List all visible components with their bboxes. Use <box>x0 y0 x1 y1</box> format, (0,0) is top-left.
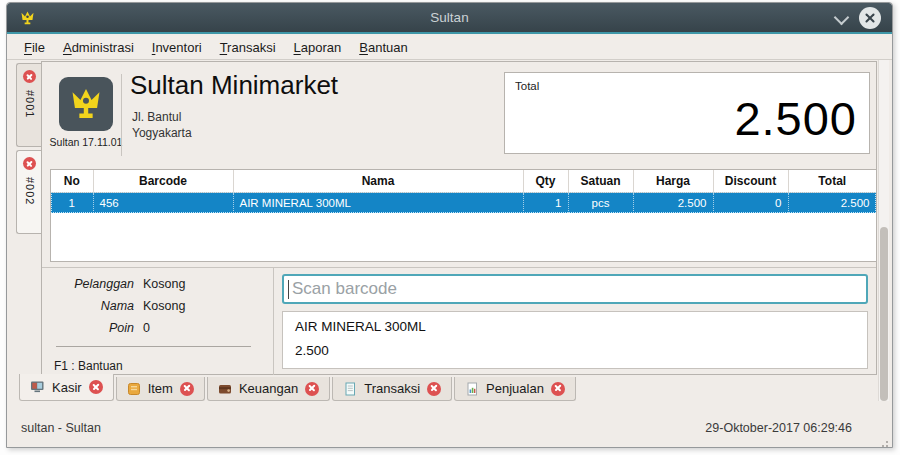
total-value: 2.500 <box>734 91 857 146</box>
session-tab-label: #001 <box>24 90 36 118</box>
scan-barcode-input[interactable] <box>282 274 868 304</box>
menu-item-laporan[interactable]: Laporan <box>285 37 351 58</box>
close-icon[interactable] <box>23 157 36 170</box>
cell-discount: 0 <box>713 192 788 213</box>
menu-item-bantuan[interactable]: Bantuan <box>350 37 416 58</box>
wallet-icon <box>218 382 232 396</box>
status-user-label: sultan - Sultan <box>21 421 101 435</box>
session-tab-002[interactable]: #002 <box>16 150 42 234</box>
titlebar[interactable]: Sultan <box>7 3 892 34</box>
cell-qty: 1 <box>523 192 568 213</box>
cell-barcode: 456 <box>93 192 233 213</box>
close-icon[interactable] <box>427 382 441 396</box>
close-icon[interactable] <box>23 70 36 83</box>
customer-panel: Pelanggan Kosong Nama Kosong Poin 0 F1 :… <box>42 268 274 375</box>
cell-harga: 2.500 <box>633 192 713 213</box>
store-address: Jl. Bantul Yogyakarta <box>132 109 192 141</box>
tab-label: Keuangan <box>239 381 298 396</box>
column-header-nama: Nama <box>233 170 523 192</box>
tab-label: Kasir <box>52 380 82 395</box>
report-icon <box>465 382 479 396</box>
app-version-label: Sultan 17.11.01 <box>42 136 130 148</box>
item-info-box: AIR MINERAL 300ML 2.500 <box>282 311 868 369</box>
box-icon <box>127 382 141 396</box>
cart-table: No Barcode Nama Qty Satuan Harga Discoun… <box>50 169 877 262</box>
nama-label: Nama <box>54 299 134 313</box>
total-panel: Total 2.500 <box>504 72 870 154</box>
tab-penjualan[interactable]: Penjualan <box>454 377 576 401</box>
sultan-window: Sultan File Administrasi Inventori Trans… <box>6 2 893 448</box>
menu-item-transaksi[interactable]: Transaksi <box>211 37 285 58</box>
close-icon[interactable] <box>305 382 319 396</box>
cell-no: 1 <box>51 192 93 213</box>
cell-total: 2.500 <box>788 192 876 213</box>
status-datetime: 29-Oktober-2017 06:29:46 <box>705 421 852 435</box>
nama-value: Kosong <box>143 299 185 313</box>
close-icon[interactable] <box>180 382 194 396</box>
address-line-1: Jl. Bantul <box>132 109 192 125</box>
tab-item[interactable]: Item <box>116 377 205 401</box>
session-tab-strip: #001 #002 <box>16 63 42 237</box>
column-header-harga: Harga <box>633 170 713 192</box>
menubar: File Administrasi Inventori Transaksi La… <box>7 36 892 60</box>
text-caret <box>288 280 289 299</box>
table-row[interactable]: 1 456 AIR MINERAL 300ML 1 pcs 2.500 0 2.… <box>51 192 876 213</box>
cell-nama: AIR MINERAL 300ML <box>233 192 523 213</box>
menu-item-file[interactable]: File <box>15 37 54 58</box>
statusbar: sultan - Sultan 29-Oktober-2017 06:29:46 <box>7 402 892 447</box>
crown-icon <box>67 85 105 123</box>
window-title: Sultan <box>7 10 892 25</box>
item-price: 2.500 <box>295 343 855 358</box>
total-label: Total <box>515 80 539 92</box>
column-header-discount: Discount <box>713 170 788 192</box>
document-icon <box>343 382 357 396</box>
pane-bottom-section: Pelanggan Kosong Nama Kosong Poin 0 F1 :… <box>42 267 876 375</box>
store-name: Sultan Minimarket <box>130 70 338 101</box>
tab-keuangan[interactable]: Keuangan <box>207 377 330 401</box>
tab-kasir[interactable]: Kasir <box>19 374 114 401</box>
column-header-no: No <box>51 170 93 192</box>
resize-grip-icon[interactable] <box>886 441 888 443</box>
column-header-satuan: Satuan <box>568 170 633 192</box>
address-line-2: Yogyakarta <box>132 125 192 141</box>
pelanggan-value: Kosong <box>143 277 185 291</box>
chevron-down-icon[interactable] <box>834 12 848 24</box>
column-header-total: Total <box>788 170 876 192</box>
column-header-qty: Qty <box>523 170 568 192</box>
window-close-button[interactable] <box>859 7 881 29</box>
barcode-panel: AIR MINERAL 300ML 2.500 <box>274 268 876 375</box>
item-name: AIR MINERAL 300ML <box>295 319 855 334</box>
close-icon[interactable] <box>551 382 565 396</box>
close-icon[interactable] <box>89 380 103 394</box>
pelanggan-label: Pelanggan <box>54 277 134 291</box>
session-tab-label: #002 <box>24 177 36 205</box>
menu-item-inventori[interactable]: Inventori <box>143 37 211 58</box>
divider <box>56 346 251 347</box>
table-header-row: No Barcode Nama Qty Satuan Harga Discoun… <box>51 170 876 192</box>
tab-transaksi[interactable]: Transaksi <box>332 377 452 401</box>
poin-label: Poin <box>54 321 134 335</box>
cell-satuan: pcs <box>568 192 633 213</box>
menu-item-administrasi[interactable]: Administrasi <box>54 37 143 58</box>
scrollbar-handle[interactable] <box>880 227 888 401</box>
module-tab-bar: Kasir Item Keuangan <box>19 375 576 401</box>
store-logo <box>59 77 113 131</box>
cash-register-icon <box>30 380 45 394</box>
column-header-barcode: Barcode <box>93 170 233 192</box>
header-divider <box>121 74 122 156</box>
tab-label: Transaksi <box>364 381 420 396</box>
vertical-scrollbar[interactable] <box>878 60 889 401</box>
tab-label: Item <box>148 381 173 396</box>
tab-label: Penjualan <box>486 381 544 396</box>
desktop: Sultan File Administrasi Inventori Trans… <box>0 0 900 455</box>
poin-value: 0 <box>143 321 150 335</box>
session-tab-001[interactable]: #001 <box>16 63 42 147</box>
cashier-pane: Sultan 17.11.01 Sultan Minimarket Jl. Ba… <box>41 61 877 375</box>
help-shortcut-label: F1 : Bantuan <box>54 359 273 373</box>
